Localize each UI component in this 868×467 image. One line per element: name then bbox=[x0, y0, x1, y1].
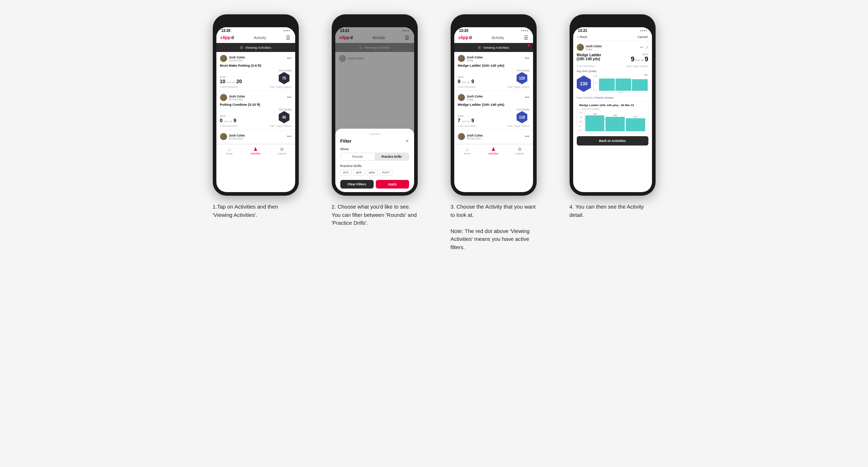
hamburger-3[interactable]: ☰ bbox=[524, 35, 528, 40]
activity-card-1-3[interactable]: Josh Coles 28 Feb 2023 ••• bbox=[216, 130, 295, 144]
apply-button[interactable]: Apply bbox=[376, 180, 409, 189]
filter-toggle-row: Rounds Practice Drills bbox=[340, 153, 409, 161]
logo-3: clippd bbox=[459, 35, 472, 40]
status-time-4: 13:21 bbox=[578, 29, 588, 33]
detail-user-date: Today bbox=[586, 48, 602, 51]
activity-card-3-2[interactable]: Josh Coles Today ••• Wedge Ladder (100–1… bbox=[454, 91, 533, 130]
card-header-1-1: Josh Coles 28 Feb 2023 ••• bbox=[220, 55, 292, 62]
test-info-1-2: ℹ Test Information bbox=[220, 125, 238, 128]
status-bar-3: 13:20 ▪ ▪ ▪ ▪ bbox=[454, 27, 533, 33]
home-icon-3: ⌂ bbox=[466, 146, 469, 152]
dots-menu-3-3[interactable]: ••• bbox=[525, 134, 529, 139]
dots-menu-3-1[interactable]: ••• bbox=[525, 56, 529, 61]
detail-user-name: Josh Coles bbox=[586, 44, 602, 48]
score-stat-3-2: Score 7 OUT OF 9 bbox=[458, 115, 474, 123]
filter-tag-arg[interactable]: ARG bbox=[366, 170, 378, 176]
score-label-3-1: Score bbox=[458, 76, 474, 78]
expand-icon[interactable]: ⤢ bbox=[645, 45, 648, 50]
card-header-3-2: Josh Coles Today ••• bbox=[458, 94, 529, 101]
test-info-3-2: ℹ Test Information bbox=[458, 125, 476, 128]
data-source-3-2: Data: Clippd Capture bbox=[508, 125, 529, 128]
test-info-3-1: ℹ Test Information bbox=[458, 86, 476, 89]
nav-activities-3[interactable]: ♟ Activities bbox=[480, 146, 507, 155]
screen1-column: 13:20 ▪ ▪ ▪ ▪ clippd Activity ☰ ⊞ Viewin… bbox=[201, 14, 310, 219]
stats-row-1-1: Score 10 OUT OF 20 Shot Quality 75 bbox=[220, 69, 292, 84]
bottom-nav-1: ⌂ Home ♟ Activities ⊕ Capture bbox=[216, 144, 295, 157]
score-value-1-2: 0 bbox=[220, 118, 223, 123]
filter-tag-app[interactable]: APP bbox=[353, 170, 365, 176]
y-axis: 100 50 0 bbox=[594, 75, 598, 91]
detail-info-row: ℹ Test Information Data: Clippd Capture bbox=[577, 65, 648, 68]
card-footer-1-1: ℹ Test Information Data: Clippd Capture bbox=[220, 86, 292, 89]
avatar-1-3 bbox=[220, 133, 227, 140]
activity-card-3-1[interactable]: Josh Coles Today ••• Wedge Ladder (100–1… bbox=[454, 52, 533, 91]
bar-val-2: 129 bbox=[614, 114, 617, 116]
activity-card-1-2[interactable]: Josh Coles 28 Feb 2023 ••• Putting Combi… bbox=[216, 91, 295, 130]
sq-label-3-2: Shot Quality bbox=[517, 108, 529, 111]
nav-home-1[interactable]: ⌂ Home bbox=[216, 146, 243, 155]
nav-home-3[interactable]: ⌂ Home bbox=[454, 146, 480, 155]
hamburger-1[interactable]: ☰ bbox=[286, 35, 291, 40]
screen3-column: 13:20 ▪ ▪ ▪ ▪ clippd Activity ☰ ⊞ Viewin… bbox=[439, 14, 548, 251]
detail-user-info: Josh Coles Today bbox=[577, 44, 602, 51]
bar-3 bbox=[632, 79, 648, 91]
viewing-banner-1[interactable]: ⊞ Viewing Activities bbox=[216, 43, 295, 52]
score-label-3-2: Score bbox=[458, 115, 474, 117]
dots-menu-3-2[interactable]: ••• bbox=[525, 95, 529, 100]
detail-shots-value: 9 bbox=[644, 56, 648, 63]
line-chart-subtitle: --- Avg Shot Quality bbox=[579, 108, 646, 110]
practice-session-label: Practice Session bbox=[595, 96, 614, 99]
toggle-practice-drills[interactable]: Practice Drills bbox=[375, 153, 409, 160]
dots-menu-1-3[interactable]: ••• bbox=[287, 134, 292, 139]
edit-icon[interactable]: ✏ bbox=[640, 45, 643, 50]
viewing-banner-3[interactable]: ⊞ Viewing Activities bbox=[454, 43, 533, 52]
clear-filters-button[interactable]: Clear Filters bbox=[340, 180, 374, 189]
avatar-4 bbox=[577, 44, 584, 51]
toggle-rounds[interactable]: Rounds bbox=[341, 153, 375, 160]
filter-modal: Filter ✕ Show Rounds Practice Drills Pra… bbox=[335, 129, 414, 192]
y-60: 60 bbox=[579, 129, 582, 132]
card-footer-3-2: ℹ Test Information Data: Clippd Capture bbox=[458, 125, 529, 128]
viewing-banner-text-1: Viewing Activities bbox=[245, 46, 271, 49]
modal-close-button[interactable]: ✕ bbox=[405, 138, 409, 144]
data-source-3-1: Data: Clippd Capture bbox=[508, 86, 529, 89]
back-button[interactable]: < Back bbox=[577, 35, 588, 39]
user-date-1-1: 28 Feb 2023 bbox=[229, 59, 245, 62]
bar-group-container: 132 129 124 bbox=[584, 111, 646, 132]
nav-capture-3[interactable]: ⊕ Capture bbox=[507, 146, 533, 155]
card-footer-1-2: ℹ Test Information Data: Clippd Capture bbox=[220, 125, 292, 128]
filter-tag-putt[interactable]: PUTT bbox=[379, 170, 393, 176]
cancel-button[interactable]: Cancel bbox=[637, 35, 647, 39]
nav-capture-1[interactable]: ⊕ Capture bbox=[269, 146, 295, 155]
back-to-activities-button[interactable]: Back to Activities bbox=[577, 136, 648, 146]
filter-icon-3: ⊞ bbox=[478, 46, 481, 49]
avatar-1-1 bbox=[220, 55, 227, 62]
activity-card-3-3[interactable]: Josh Coles 28 Feb 2023 ••• bbox=[454, 130, 533, 144]
nav-activities-label-3: Activities bbox=[489, 152, 499, 155]
status-bar-4: 13:21 ▪ ▪ ▪ ▪ bbox=[573, 27, 652, 33]
user-info-1-1: Josh Coles 28 Feb 2023 bbox=[220, 55, 245, 62]
user-name-1-1: Josh Coles bbox=[229, 56, 245, 59]
detail-activity-title: Wedge Ladder(100–140 yds) bbox=[577, 53, 631, 61]
dots-menu-1-2[interactable]: ••• bbox=[287, 95, 292, 100]
dots-menu-1-1[interactable]: ••• bbox=[287, 56, 292, 61]
activity-title-3-2: Wedge Ladder (100–140 yds) bbox=[458, 103, 529, 106]
shot-quality-hex-1-2: 45 bbox=[279, 111, 289, 123]
filter-icon-1: ⊞ bbox=[240, 46, 243, 49]
detail-score-block: Score 9 OUT OF 9 bbox=[631, 53, 648, 63]
activity-title-1-1: Must Make Putting (3-6 ft) bbox=[220, 63, 292, 67]
filter-tag-ott[interactable]: OTT bbox=[340, 170, 352, 176]
header-title-1: Activity bbox=[254, 35, 266, 40]
detail-user-row: Josh Coles Today ✏ ⤢ bbox=[577, 44, 648, 51]
card-header-3-3: Josh Coles 28 Feb 2023 ••• bbox=[458, 133, 529, 140]
nav-activities-1[interactable]: ♟ Activities bbox=[243, 146, 269, 155]
avg-sq-hex: 130 bbox=[577, 76, 591, 92]
shot-quality-hex-1-1: 75 bbox=[279, 72, 289, 84]
detail-score-display: 9 OUT OF 9 bbox=[631, 56, 648, 63]
line-chart-y-axis: 140 120 100 80 60 bbox=[579, 111, 582, 132]
line-chart-section: Wedge Ladder (100–140 yds) - 06 Mar 23 -… bbox=[577, 101, 648, 134]
activity-card-1-1[interactable]: Josh Coles 28 Feb 2023 ••• Must Make Put… bbox=[216, 52, 295, 91]
phone-screen-4: 13:21 ▪ ▪ ▪ ▪ < Back Cancel Josh Co bbox=[573, 27, 652, 192]
capture-icon-1: ⊕ bbox=[280, 146, 284, 152]
shots-value-3-1: 9 bbox=[471, 78, 474, 84]
